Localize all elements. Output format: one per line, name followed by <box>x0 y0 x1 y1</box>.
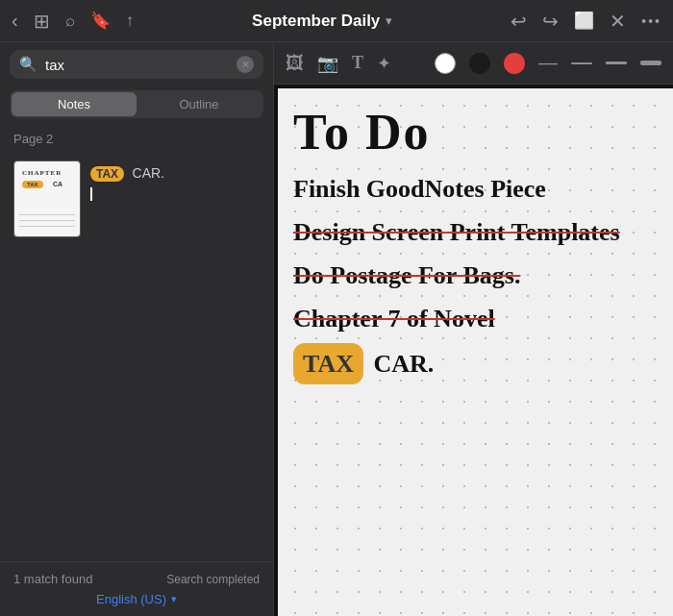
stroke-medium[interactable] <box>606 62 627 64</box>
stroke-thin[interactable] <box>571 62 592 64</box>
lasso-tool-icon[interactable]: ✦ <box>377 53 391 74</box>
redo-icon[interactable]: ↪ <box>542 10 559 33</box>
car-text: CAR. <box>373 350 434 378</box>
search-completed-label: Search completed <box>166 573 260 586</box>
tax-highlight-badge: TAX <box>293 343 363 384</box>
right-panel: 🖼 📷 T ✦ — To Do Finish GoodNotes Piece D… <box>274 42 673 616</box>
search-result-item[interactable]: Chapter TAX CA TAX CAR. <box>0 153 273 245</box>
match-count: 1 match found <box>13 572 92 586</box>
todo-line-1: Finish GoodNotes Piece <box>293 170 654 208</box>
top-bar-left: ‹ ⊞ ⌕ 🔖 ↑ <box>12 10 134 33</box>
todo-line-2: Design Screen Print Templates <box>293 213 654 251</box>
page-title: To Do <box>293 104 654 160</box>
tab-bar: Notes Outline <box>10 90 263 118</box>
color-black[interactable] <box>469 53 490 74</box>
color-red[interactable] <box>504 53 525 74</box>
tab-outline[interactable]: Outline <box>137 92 262 116</box>
notebook-content: To Do Finish GoodNotes Piece Design Scre… <box>274 85 673 616</box>
drawing-toolbar: 🖼 📷 T ✦ — <box>274 42 673 85</box>
title-chevron-icon[interactable]: ▾ <box>386 13 392 28</box>
todo-line-3: Do Postage For Bags. <box>293 257 654 294</box>
tab-notes[interactable]: Notes <box>12 92 137 116</box>
todo-line-5: TAX CAR. <box>293 343 654 384</box>
search-bar: 🔍 ✕ <box>10 50 263 79</box>
close-icon[interactable]: ✕ <box>610 10 626 33</box>
language-label[interactable]: English (US) <box>96 592 166 606</box>
stroke-separator: — <box>538 52 558 74</box>
page-section: Page 2 <box>0 126 273 153</box>
result-line2 <box>90 185 164 202</box>
cursor <box>90 187 92 201</box>
more-icon[interactable]: ••• <box>641 13 661 29</box>
share-icon[interactable]: ↑ <box>126 12 135 31</box>
doc-action-icon[interactable]: ⬜ <box>574 11 594 31</box>
language-chevron-icon[interactable]: ▾ <box>171 593 177 605</box>
status-row: 1 match found Search completed <box>13 572 260 586</box>
undo-icon[interactable]: ↩ <box>511 10 527 33</box>
document-title: September Daily <box>252 12 380 31</box>
top-bar-center: September Daily ▾ <box>252 12 392 31</box>
search-icon[interactable]: ⌕ <box>65 12 75 31</box>
stroke-thick[interactable] <box>640 61 661 65</box>
search-input[interactable] <box>45 57 229 73</box>
search-bar-icon: 🔍 <box>19 56 37 73</box>
todo-line-4: Chapter 7 of Novel <box>293 300 654 337</box>
top-bar: ‹ ⊞ ⌕ 🔖 ↑ September Daily ▾ ↩ ↪ ⬜ ✕ ••• <box>0 0 673 42</box>
bookmark-icon[interactable]: 🔖 <box>90 11 111 31</box>
result-line1: TAX CAR. <box>90 164 164 182</box>
result-text-area: TAX CAR. <box>90 160 164 202</box>
notebook-page[interactable]: To Do Finish GoodNotes Piece Design Scre… <box>274 85 673 616</box>
top-bar-right: ↩ ↪ ⬜ ✕ ••• <box>511 10 661 33</box>
language-row: English (US) ▾ <box>13 586 260 610</box>
back-icon[interactable]: ‹ <box>12 10 18 32</box>
tax-badge: TAX <box>90 166 124 182</box>
page-label: Page 2 <box>13 132 53 146</box>
text-tool-icon[interactable]: T <box>352 53 363 73</box>
search-clear-button[interactable]: ✕ <box>237 56 254 73</box>
main-content: 🔍 ✕ Notes Outline Page 2 Chapter TAX CA <box>0 42 673 616</box>
color-white[interactable] <box>435 53 456 74</box>
image-insert-icon[interactable]: 🖼 <box>286 53 304 74</box>
camera-icon[interactable]: 📷 <box>317 53 338 74</box>
grid-icon[interactable]: ⊞ <box>34 10 50 33</box>
result-car-text: CAR. <box>133 165 164 181</box>
left-panel: 🔍 ✕ Notes Outline Page 2 Chapter TAX CA <box>0 42 274 616</box>
search-status-area: 1 match found Search completed English (… <box>0 561 273 616</box>
page-thumbnail: Chapter TAX CA <box>13 160 81 237</box>
